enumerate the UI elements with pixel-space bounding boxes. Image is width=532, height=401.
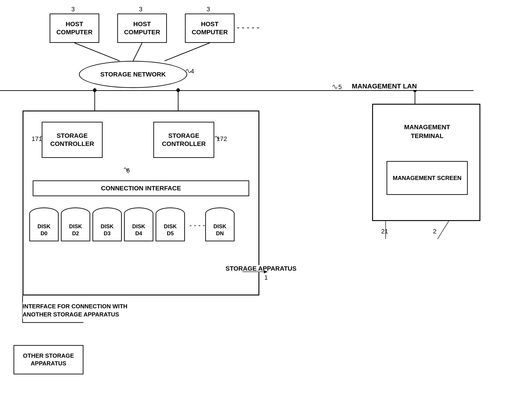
management-screen-label: MANAGEMENT SCREEN: [393, 175, 462, 182]
squiggle-4: [185, 67, 194, 76]
squiggle-172: [214, 134, 221, 141]
squiggle-5: [331, 82, 341, 91]
disk-d5: DISKD5: [156, 208, 185, 241]
host-computer-2: HOSTCOMPUTER: [117, 13, 167, 43]
ref-host2: 3: [139, 6, 143, 13]
arrow-storage: [242, 268, 270, 275]
other-storage-apparatus: OTHER STORAGEAPPARATUS: [13, 345, 83, 374]
disk-dn: DISKDN: [205, 208, 234, 241]
management-screen: MANAGEMENT SCREEN: [386, 161, 468, 195]
management-lan-line: [0, 90, 474, 91]
disk-d3: DISKD3: [92, 208, 122, 241]
diagram-container: 3 3 3 - - - - - HOSTCOMPUTER HOSTCOMPUTE…: [0, 0, 532, 401]
storage-controller-2: STORAGECONTROLLER: [153, 122, 214, 158]
storage-network-label: STORAGE NETWORK: [100, 71, 166, 78]
management-lan-label: MANAGEMENT LAN: [352, 82, 417, 90]
storage-network: STORAGE NETWORK: [79, 61, 187, 88]
management-terminal: MANAGEMENTTERMINAL MANAGEMENT SCREEN: [372, 104, 480, 221]
host-computer-1: HOSTCOMPUTER: [50, 13, 99, 43]
svg-line-1: [133, 43, 142, 61]
svg-line-21: [437, 221, 449, 239]
svg-line-0: [74, 43, 120, 61]
management-terminal-label: MANAGEMENTTERMINAL: [386, 123, 468, 140]
storage-controller-1: STORAGECONTROLLER: [42, 122, 103, 158]
svg-line-2: [165, 43, 210, 61]
ref-host1: 3: [71, 6, 75, 13]
disk-d2: DISKD2: [61, 208, 90, 241]
disk-d4: DISKD4: [124, 208, 153, 241]
connection-interface: CONNECTION INTERFACE: [33, 180, 249, 196]
ref-management-terminal: 2: [433, 228, 437, 235]
squiggle-6: [123, 166, 130, 172]
host-ellipsis: - - - - -: [237, 23, 259, 32]
disk-d0: DISKD0: [29, 208, 59, 241]
interface-connection-label: INTERFACE FOR CONNECTION WITHANOTHER STO…: [23, 302, 127, 319]
ref-management-screen: 21: [381, 228, 388, 235]
host-computer-3: HOSTCOMPUTER: [185, 13, 234, 43]
connection-interface-label: CONNECTION INTERFACE: [101, 185, 181, 192]
ref-host3: 3: [207, 6, 210, 13]
svg-marker-27: [264, 270, 268, 273]
